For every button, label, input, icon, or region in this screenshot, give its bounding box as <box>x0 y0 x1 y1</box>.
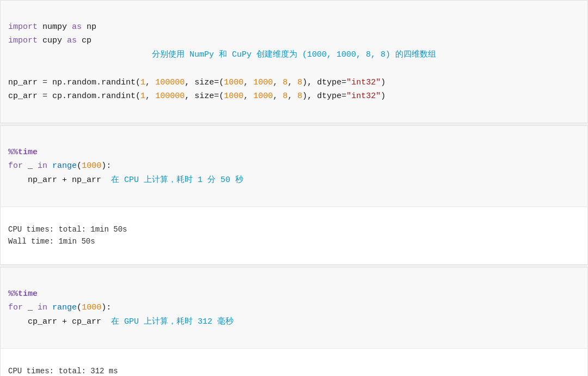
line-gpu-calc: cp_arr + cp_arr 在 GPU 上计算，耗时 312 毫秒 <box>8 317 234 326</box>
line-cp-arr: cp_arr = cp.random.randint(1, 100000, si… <box>8 92 385 101</box>
line-magic-time-1: %%time <box>8 148 38 157</box>
cell-output-gpu: CPU times: total: 312 ms Wall time: 307 … <box>1 348 587 376</box>
output-wall-time-cpu: Wall time: 1min 50s <box>8 237 95 246</box>
output-cpu-times: CPU times: total: 1min 50s <box>8 225 127 234</box>
line-for-gpu: for _ in range(1000): <box>8 303 111 312</box>
output-cpu-times-gpu: CPU times: total: 312 ms <box>8 367 118 375</box>
cell-gpu: %%time for _ in range(1000): cp_arr + cp… <box>0 267 588 376</box>
line-cpu-calc: np_arr + np_arr 在 CPU 上计算，耗时 1 分 50 秒 <box>8 175 243 185</box>
notebook: import numpy as np import cupy as cp 分别使… <box>0 0 588 376</box>
line-for-cpu: for _ in range(1000): <box>8 161 111 171</box>
line-magic-time-2: %%time <box>8 289 38 299</box>
cell-output-cpu: CPU times: total: 1min 50s Wall time: 1m… <box>1 207 587 265</box>
line-annotation-arrays: 分别使用 NumPy 和 CuPy 创建维度为 (1000, 1000, 8, … <box>8 48 580 62</box>
cell-imports: import numpy as np import cupy as cp 分别使… <box>0 0 588 123</box>
line-import-numpy: import numpy as np <box>8 22 96 32</box>
cell-code-cpu[interactable]: %%time for _ in range(1000): np_arr + np… <box>1 126 587 207</box>
cell-code-imports[interactable]: import numpy as np import cupy as cp 分别使… <box>1 1 587 123</box>
cell-cpu: %%time for _ in range(1000): np_arr + np… <box>0 125 588 265</box>
line-np-arr: np_arr = np.random.randint(1, 100000, si… <box>8 78 385 87</box>
line-import-cupy: import cupy as cp <box>8 36 91 45</box>
cell-code-gpu[interactable]: %%time for _ in range(1000): cp_arr + cp… <box>1 268 587 348</box>
